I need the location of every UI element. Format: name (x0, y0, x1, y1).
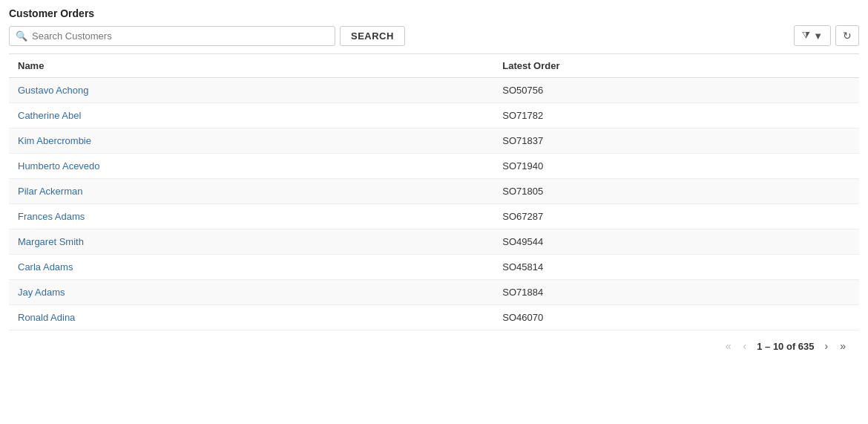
customer-link[interactable]: Kim Abercrombie (18, 135, 91, 146)
filter-chevron: ▼ (813, 30, 823, 42)
table-row: Catherine AbelSO71782 (9, 103, 859, 128)
table-row: Jay AdamsSO71884 (9, 280, 859, 305)
next-page-button[interactable]: › (821, 338, 833, 354)
table-row: Gustavo AchongSO50756 (9, 78, 859, 103)
cell-latest-order: SO45814 (493, 255, 859, 280)
cell-name: Catherine Abel (9, 103, 493, 128)
cell-name: Humberto Acevedo (9, 154, 493, 179)
page-title: Customer Orders (9, 7, 859, 19)
search-button[interactable]: SEARCH (340, 26, 405, 46)
customer-link[interactable]: Gustavo Achong (18, 85, 88, 96)
cell-latest-order: SO49544 (493, 229, 859, 255)
cell-latest-order: SO50756 (493, 78, 859, 103)
pagination: « ‹ 1 – 10 of 635 › » (9, 330, 859, 357)
toolbar: 🔍 SEARCH ⧩ ▼ ↻ (9, 25, 859, 46)
cell-latest-order: SO71782 (493, 103, 859, 128)
customer-link[interactable]: Catherine Abel (18, 110, 81, 121)
filter-button[interactable]: ⧩ ▼ (794, 25, 831, 46)
table-row: Frances AdamsSO67287 (9, 204, 859, 229)
customer-link[interactable]: Jay Adams (18, 287, 65, 298)
page-wrapper: Customer Orders 🔍 SEARCH ⧩ ▼ ↻ Name Late… (0, 0, 868, 365)
search-input[interactable] (32, 30, 329, 42)
col-header-name: Name (9, 54, 493, 78)
cell-name: Kim Abercrombie (9, 128, 493, 154)
cell-name: Margaret Smith (9, 229, 493, 255)
table-row: Humberto AcevedoSO71940 (9, 154, 859, 179)
customer-link[interactable]: Ronald Adina (18, 312, 75, 323)
cell-name: Frances Adams (9, 204, 493, 229)
table-row: Ronald AdinaSO46070 (9, 305, 859, 330)
customer-link[interactable]: Humberto Acevedo (18, 160, 100, 172)
cell-name: Pilar Ackerman (9, 179, 493, 204)
cell-latest-order: SO71940 (493, 154, 859, 179)
first-page-button[interactable]: « (721, 338, 736, 354)
search-icon: 🔍 (16, 30, 27, 42)
cell-latest-order: SO71805 (493, 179, 859, 204)
cell-latest-order: SO71884 (493, 280, 859, 305)
pagination-info: 1 – 10 of 635 (754, 341, 817, 352)
cell-name: Carla Adams (9, 255, 493, 280)
cell-latest-order: SO67287 (493, 204, 859, 229)
refresh-button[interactable]: ↻ (835, 25, 859, 46)
table-header-row: Name Latest Order (9, 54, 859, 78)
cell-name: Gustavo Achong (9, 78, 493, 103)
customer-link[interactable]: Pilar Ackerman (18, 186, 82, 197)
table-row: Pilar AckermanSO71805 (9, 179, 859, 204)
table-row: Margaret SmithSO49544 (9, 229, 859, 255)
table-row: Kim AbercrombieSO71837 (9, 128, 859, 154)
customer-link[interactable]: Frances Adams (18, 211, 85, 222)
last-page-button[interactable]: » (835, 338, 850, 354)
table-row: Carla AdamsSO45814 (9, 255, 859, 280)
cell-name: Ronald Adina (9, 305, 493, 330)
filter-icon: ⧩ (802, 30, 810, 42)
search-wrapper: 🔍 (9, 26, 335, 46)
cell-name: Jay Adams (9, 280, 493, 305)
customer-link[interactable]: Carla Adams (18, 261, 73, 273)
customer-table: Name Latest Order Gustavo AchongSO50756C… (9, 53, 859, 330)
prev-page-button[interactable]: ‹ (739, 338, 752, 354)
customer-link[interactable]: Margaret Smith (18, 236, 84, 247)
cell-latest-order: SO71837 (493, 128, 859, 154)
cell-latest-order: SO46070 (493, 305, 859, 330)
col-header-latest-order: Latest Order (493, 54, 859, 78)
